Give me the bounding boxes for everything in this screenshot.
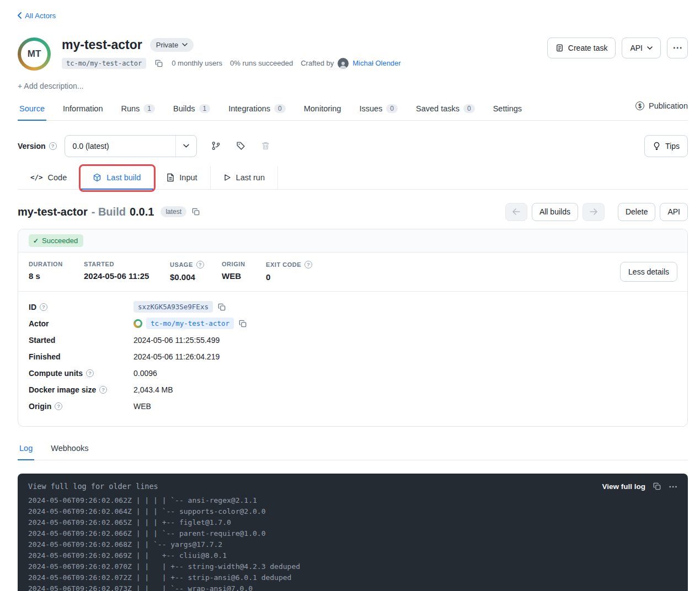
tab-builds-label: Builds	[173, 104, 195, 113]
origin-help-icon[interactable]	[55, 402, 62, 410]
finished-value: 2024-05-06 11:26:04.219	[133, 352, 220, 361]
tab-information[interactable]: Information	[61, 99, 105, 120]
tab-log[interactable]: Log	[18, 439, 34, 460]
arrow-left-icon	[512, 208, 520, 215]
visibility-label: Private	[156, 41, 178, 49]
back-link[interactable]: All Actors	[18, 12, 56, 20]
git-branch-icon	[211, 141, 221, 151]
detail-row-finished: Finished 2024-05-06 11:26:04.219	[29, 348, 677, 365]
person-icon	[339, 61, 348, 69]
version-select[interactable]: 0.0 (latest)	[65, 135, 197, 157]
create-task-button[interactable]: Create task	[547, 37, 616, 58]
api-dropdown-button[interactable]: API	[622, 37, 661, 58]
copy-actor-link-button[interactable]	[238, 319, 248, 329]
tab-issues[interactable]: Issues0	[357, 99, 399, 120]
actor-label: Actor	[29, 319, 49, 328]
less-details-label: Less details	[628, 267, 669, 276]
copy-log-button[interactable]	[653, 482, 661, 490]
tab-input-label: Input	[179, 173, 197, 182]
stat-started-value: 2024-05-06 11:25	[84, 271, 170, 281]
tab-settings[interactable]: Settings	[491, 99, 523, 120]
log-line: 2024-05-06T09:26:02.069Z | | +-- cliui@8…	[28, 550, 677, 561]
build-details: ID sxzKGK5A93Se9FExs Actor tc-mo/my-test…	[18, 291, 687, 426]
branch-icon-button[interactable]	[211, 141, 221, 151]
add-description-link[interactable]: + Add description...	[18, 82, 688, 90]
tab-source[interactable]: Source	[18, 99, 46, 120]
next-build-button[interactable]	[583, 203, 605, 221]
detail-row-id: ID sxzKGK5A93Se9FExs	[29, 299, 677, 315]
stat-duration-label: DURATION	[29, 261, 63, 267]
delete-label: Delete	[626, 207, 648, 216]
main-tab-bar: Source Information Runs1 Builds1 Integra…	[18, 99, 688, 121]
log-more-button[interactable]	[669, 481, 677, 492]
author-name-link[interactable]: Michał Olender	[352, 59, 400, 67]
check-icon	[33, 237, 39, 245]
copy-actor-tag-button[interactable]	[154, 58, 164, 68]
view-full-log-link[interactable]: View full log	[602, 482, 645, 491]
build-stats-row: DURATION 8 s STARTED 2024-05-06 11:25 US…	[18, 252, 687, 291]
build-api-button[interactable]: API	[660, 203, 688, 221]
tips-button[interactable]: Tips	[644, 135, 688, 157]
more-actions-button[interactable]	[667, 37, 688, 58]
actor-mini-avatar	[133, 319, 142, 328]
tab-runs[interactable]: Runs1	[120, 99, 157, 120]
title-row: my-test-actor Private	[62, 37, 536, 52]
previous-build-button[interactable]	[505, 203, 527, 221]
visibility-dropdown[interactable]: Private	[150, 38, 194, 52]
actor-tag-badge: tc-mo/my-test-actor	[62, 58, 146, 69]
build-title: my-test-actor - Build 0.0.1	[18, 206, 154, 218]
tab-builds[interactable]: Builds1	[172, 99, 212, 120]
usage-help-icon[interactable]	[196, 261, 204, 268]
exit-code-help-icon[interactable]	[304, 261, 312, 268]
stat-exit-code: EXIT CODE 0	[266, 261, 312, 282]
docker-size-help-icon[interactable]	[99, 386, 107, 394]
tab-webhooks-label: Webhooks	[51, 444, 88, 453]
crafted-by: Crafted by Michał Olender	[301, 58, 400, 69]
tab-integrations-label: Integrations	[228, 104, 270, 113]
tab-last-run[interactable]: Last run	[211, 166, 278, 189]
tab-input[interactable]: Input	[154, 166, 210, 189]
delete-version-button[interactable]	[261, 141, 270, 151]
arrow-right-icon	[590, 208, 597, 215]
latest-badge: latest	[161, 206, 186, 217]
chevron-down-icon	[182, 43, 188, 46]
version-bar: Version 0.0 (latest) Tips	[18, 135, 688, 157]
publication-link[interactable]: Publication	[635, 101, 688, 117]
stat-duration: DURATION 8 s	[29, 261, 84, 281]
compute-units-help-icon[interactable]	[86, 369, 94, 377]
id-help-icon[interactable]	[40, 303, 47, 311]
tab-saved-tasks[interactable]: Saved tasks0	[414, 99, 477, 120]
all-builds-button[interactable]: All builds	[532, 203, 578, 221]
actor-link-badge[interactable]: tc-mo/my-test-actor	[146, 318, 234, 329]
detail-row-origin: Origin WEB	[29, 398, 677, 415]
started-value: 2024-05-06 11:25:55.499	[133, 336, 220, 345]
stat-started-label: STARTED	[84, 261, 114, 267]
tab-last-build[interactable]: Last build	[80, 166, 154, 189]
tab-code[interactable]: Code	[18, 166, 80, 189]
copy-build-version-button[interactable]	[191, 207, 201, 217]
delete-build-button[interactable]: Delete	[618, 203, 655, 221]
version-label: Version	[18, 142, 46, 151]
trash-icon	[261, 141, 270, 151]
tab-webhooks[interactable]: Webhooks	[49, 439, 90, 460]
actor-avatar-initials: MT	[21, 41, 47, 67]
detail-row-compute-units: Compute units 0.0096	[29, 365, 677, 382]
monthly-users-stat: 0 monthly users	[172, 59, 222, 67]
log-header-actions: View full log	[602, 481, 677, 492]
copy-icon	[218, 303, 226, 311]
log-panel: View full log for older lines View full …	[18, 474, 688, 591]
older-lines-link[interactable]: View full log for older lines	[28, 482, 158, 491]
stat-usage: USAGE $0.004	[170, 261, 222, 282]
tab-issues-count: 0	[386, 104, 398, 113]
tab-integrations[interactable]: Integrations0	[227, 99, 287, 120]
tab-monitoring[interactable]: Monitoring	[302, 99, 343, 120]
tag-icon-button[interactable]	[236, 141, 245, 151]
copy-build-id-button[interactable]	[217, 302, 227, 312]
version-select-caret	[175, 136, 196, 157]
tab-saved-tasks-label: Saved tasks	[416, 104, 459, 113]
less-details-button[interactable]: Less details	[620, 262, 677, 282]
stat-exit-code-label: EXIT CODE	[266, 261, 301, 268]
version-help-icon[interactable]	[49, 142, 57, 150]
stat-origin-value: WEB	[222, 271, 266, 281]
stat-exit-code-value: 0	[266, 272, 312, 282]
